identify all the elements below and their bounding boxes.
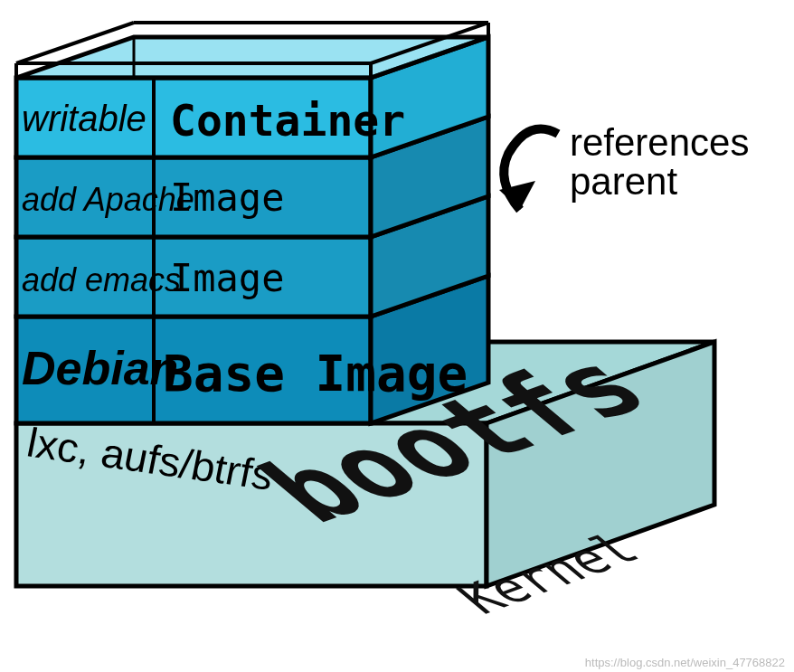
base-left-label: Debian — [22, 342, 178, 394]
container-left-label: writable — [22, 99, 147, 138]
annotation-line2: parent — [570, 160, 677, 203]
emacs-left-label: add emacs — [22, 261, 181, 298]
base-main-label: Base Image — [163, 344, 468, 402]
annotation-line1: references — [570, 121, 749, 164]
references-parent-arrow: references parent — [499, 121, 749, 210]
apache-main-label: Image — [170, 175, 284, 220]
watermark: https://blog.csdn.net/weixin_47768822 — [585, 656, 785, 669]
emacs-main-label: Image — [170, 256, 284, 300]
apache-left-label: add Apache — [22, 181, 194, 218]
container-layer: writable Container — [16, 23, 488, 157]
container-main-label: Container — [170, 95, 405, 146]
